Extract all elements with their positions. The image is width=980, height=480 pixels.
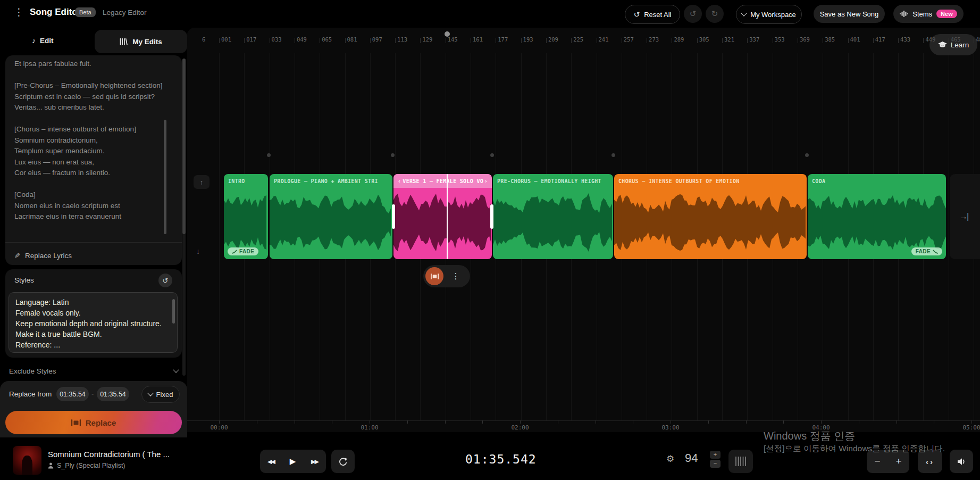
artist-row[interactable]: S_Ply (Special Playlist) bbox=[48, 462, 125, 469]
beat-tick bbox=[370, 38, 371, 43]
undo-icon: ↺ bbox=[163, 277, 169, 285]
time-tick bbox=[859, 420, 859, 424]
scroll-down-button[interactable]: ↓ bbox=[196, 247, 200, 255]
time-ruler-line bbox=[187, 420, 980, 421]
styles-undo-button[interactable]: ↺ bbox=[158, 274, 172, 287]
beat-tick bbox=[395, 38, 396, 43]
settings-gear-icon[interactable]: ⚙ bbox=[666, 453, 674, 465]
replace-button[interactable]: Replace bbox=[5, 411, 182, 434]
section-prev-icon[interactable]: ‹ bbox=[398, 178, 401, 184]
save-as-new-song-button[interactable]: Save as New Song bbox=[814, 5, 885, 23]
reset-all-button[interactable]: ↺ Reset All bbox=[625, 5, 680, 24]
save-label: Save as New Song bbox=[820, 10, 879, 18]
section-boundary-dot bbox=[805, 153, 809, 157]
beat-tick bbox=[672, 38, 672, 43]
section-resize-handle-right[interactable] bbox=[490, 204, 493, 229]
replace-button-label: Replace bbox=[86, 418, 116, 427]
workspace-dropdown[interactable]: My Workspace bbox=[736, 5, 802, 24]
time-tick bbox=[482, 420, 483, 424]
chevron-down-icon bbox=[173, 367, 179, 373]
scroll-up-button[interactable]: ↑ bbox=[194, 175, 210, 189]
section-next-icon[interactable]: › bbox=[484, 178, 488, 184]
beat-label: 001 bbox=[221, 36, 231, 43]
sidebar-scrollbar[interactable] bbox=[182, 59, 186, 376]
volume-button[interactable] bbox=[950, 450, 973, 473]
section-clip[interactable]: CHORUS — INTENSE OUTBURST OF EMOTION bbox=[614, 174, 807, 259]
range-mode-dropdown[interactable]: Fixed bbox=[141, 386, 180, 403]
learn-label: Learn bbox=[951, 41, 969, 49]
track-title[interactable]: Somnium Contradictorium ( The ... bbox=[48, 450, 170, 459]
time-tick bbox=[633, 420, 633, 424]
beat-tick bbox=[622, 38, 622, 43]
beat-label: 113 bbox=[397, 36, 407, 43]
section-name: INTRO bbox=[228, 178, 245, 184]
learn-button[interactable]: Learn bbox=[929, 34, 977, 55]
bpm-increase-button[interactable]: + bbox=[710, 451, 721, 459]
playhead-dot[interactable] bbox=[445, 31, 450, 37]
fast-forward-button[interactable]: ▶▶ bbox=[304, 458, 325, 465]
stems-button[interactable]: Stems New bbox=[893, 5, 964, 23]
replace-from-label: Replace from bbox=[9, 390, 52, 398]
time-tick bbox=[708, 420, 709, 424]
lyrics-scrollbar[interactable] bbox=[164, 120, 166, 234]
zoom-out-button[interactable]: − bbox=[867, 456, 888, 467]
replace-section-button[interactable] bbox=[425, 267, 443, 285]
graduation-cap-icon bbox=[938, 42, 947, 48]
beat-tick bbox=[747, 38, 748, 43]
snap-grid-button[interactable] bbox=[728, 450, 753, 473]
bpm-decrease-button[interactable]: − bbox=[710, 460, 721, 468]
rewind-button[interactable]: ◀◀ bbox=[260, 458, 282, 465]
section-clip[interactable]: PRE-CHORUS — EMOTIONALLY HEIGHT bbox=[493, 174, 613, 259]
section-clip[interactable]: ‹VERSE 1 — FEMALE SOLO VO› bbox=[393, 174, 492, 259]
section-label: CODA bbox=[808, 174, 946, 188]
section-clip[interactable]: INTROFADE bbox=[224, 174, 268, 259]
section-label: ‹VERSE 1 — FEMALE SOLO VO› bbox=[393, 174, 492, 188]
replace-to-value: 01:35.54 bbox=[100, 391, 126, 398]
time-tick bbox=[445, 420, 446, 424]
gridline bbox=[949, 53, 949, 420]
sidebar-scrollbar-thumb[interactable] bbox=[182, 59, 186, 234]
redo-button[interactable]: ↻ bbox=[706, 5, 724, 23]
workspace-label: My Workspace bbox=[750, 11, 796, 19]
styles-textarea[interactable]: Language: Latin Female vocals only. Keep… bbox=[9, 292, 178, 353]
beta-badge: Beta bbox=[75, 7, 96, 17]
beat-tick bbox=[873, 38, 874, 43]
beat-tick bbox=[521, 38, 522, 43]
section-more-button[interactable]: ⋮ bbox=[447, 267, 465, 285]
lyrics-text[interactable]: Et ipsa pars fabulae fuit. [Pre-Chorus –… bbox=[14, 59, 166, 242]
play-button[interactable]: ▶ bbox=[282, 457, 304, 466]
tab-edit[interactable]: ♪ Edit bbox=[26, 30, 60, 51]
tab-my-edits[interactable]: My Edits bbox=[95, 30, 187, 53]
beat-tick bbox=[295, 38, 295, 43]
section-boundary-dot bbox=[612, 153, 615, 157]
replace-lyrics-button[interactable]: ✎ Replace Lyrics bbox=[14, 247, 72, 264]
beat-label: 065 bbox=[322, 36, 332, 43]
timeline-panel[interactable]: 6001017033049065081097113129145161177193… bbox=[187, 28, 980, 432]
beat-tick bbox=[546, 38, 547, 43]
top-bar: ⋮ Song Editor Beta Legacy Editor ↺ Reset… bbox=[0, 0, 980, 28]
beat-label: 369 bbox=[800, 36, 810, 43]
exclude-styles-toggle[interactable]: Exclude Styles bbox=[9, 364, 178, 378]
section-resize-handle-left[interactable] bbox=[392, 204, 395, 229]
time-tick bbox=[783, 420, 784, 424]
legacy-editor-link[interactable]: Legacy Editor bbox=[103, 9, 147, 16]
fade-badge[interactable]: FADE bbox=[911, 247, 942, 255]
section-clip[interactable]: PROLOGUE — PIANO + AMBIENT STRI bbox=[270, 174, 392, 259]
replace-from-field[interactable]: 01:35.54 bbox=[56, 387, 89, 401]
replace-to-field[interactable]: 01:35.54 bbox=[97, 387, 129, 401]
beat-tick bbox=[219, 38, 220, 43]
zoom-in-button[interactable]: + bbox=[888, 456, 909, 467]
album-art[interactable] bbox=[13, 446, 41, 475]
range-separator: - bbox=[91, 390, 94, 398]
playhead-line[interactable] bbox=[447, 174, 448, 259]
skip-to-end-icon[interactable]: →| bbox=[959, 212, 968, 221]
fade-badge[interactable]: FADE bbox=[228, 247, 258, 255]
lyrics-panel: Et ipsa pars fabulae fuit. [Pre-Chorus –… bbox=[5, 55, 182, 265]
undo-button[interactable]: ↺ bbox=[684, 5, 702, 23]
kebab-menu-icon[interactable]: ⋮ bbox=[14, 6, 24, 18]
horizontal-scroll-button[interactable]: ‹› bbox=[918, 450, 942, 473]
loop-button[interactable] bbox=[331, 450, 355, 473]
bpm-value[interactable]: 94 bbox=[685, 451, 698, 465]
section-clip[interactable]: CODAFADE bbox=[808, 174, 946, 259]
styles-scrollbar[interactable] bbox=[172, 299, 175, 324]
